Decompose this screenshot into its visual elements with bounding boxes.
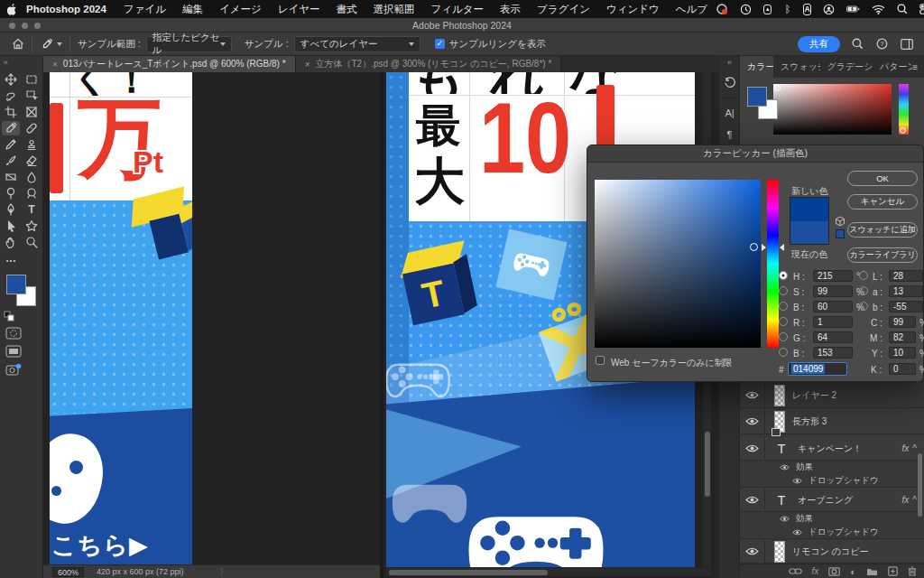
lab-b-field[interactable]: -55: [889, 301, 923, 312]
g-field[interactable]: 64: [813, 331, 853, 343]
pencil-tool-icon[interactable]: [2, 137, 20, 152]
object-selection-tool-icon[interactable]: [23, 89, 41, 103]
blur-tool-icon[interactable]: [23, 170, 41, 184]
layer-thumbnail[interactable]: [774, 541, 785, 563]
path-selection-tool-icon[interactable]: [2, 219, 20, 233]
input-source-icon[interactable]: A: [803, 4, 811, 15]
fx-badge[interactable]: fx: [902, 443, 910, 453]
menu-select[interactable]: 選択範囲: [374, 3, 415, 16]
gamut-warning-icon[interactable]: [835, 216, 845, 227]
user-account-icon[interactable]: [823, 3, 835, 16]
sample-ring-checkbox[interactable]: ✓: [435, 39, 445, 49]
clock-icon[interactable]: [740, 3, 752, 16]
gamut-color-swatch[interactable]: [836, 229, 845, 238]
a-field[interactable]: 13: [889, 285, 923, 297]
menu-file[interactable]: ファイル: [124, 3, 166, 16]
help-icon[interactable]: ?: [875, 37, 889, 51]
clone-stamp-tool-icon[interactable]: [23, 137, 41, 152]
menu-edit[interactable]: 編集: [182, 3, 203, 16]
k-field[interactable]: 0: [889, 363, 916, 375]
battery-icon[interactable]: [846, 3, 860, 16]
h-radio[interactable]: [779, 271, 788, 280]
history-panel-icon[interactable]: [719, 74, 740, 92]
collapse-tools-icon[interactable]: «: [4, 58, 8, 67]
cancel-button[interactable]: キャンセル: [847, 194, 918, 210]
document-canvas-left[interactable]: く！ 万 Pt ✦: [50, 72, 192, 564]
hue-slider-arrow-left[interactable]: [762, 244, 766, 251]
screen-record-icon[interactable]: ▲: [763, 5, 772, 14]
horizontal-scrollbar-thumb[interactable]: [389, 570, 548, 575]
tab-gradients[interactable]: グラデーショ: [820, 56, 873, 78]
visibility-toggle[interactable]: [740, 383, 765, 407]
layer-row-rect3[interactable]: 長方形 3: [740, 409, 924, 434]
ok-button[interactable]: OK: [847, 171, 918, 186]
adjustment-layer-icon[interactable]: ◐: [850, 566, 856, 577]
s-field[interactable]: 99: [813, 285, 853, 297]
tool-preset-caret[interactable]: [57, 42, 62, 46]
collapse-effects-icon[interactable]: ^: [912, 495, 917, 505]
menu-filter[interactable]: フィルター: [431, 3, 485, 16]
y-field[interactable]: 10: [889, 347, 916, 359]
capture-icon[interactable]: [5, 363, 22, 377]
b2-radio[interactable]: [779, 348, 788, 357]
control-center-icon[interactable]: [919, 3, 924, 16]
traffic-light-minimize[interactable]: [22, 23, 28, 29]
more-tools-icon[interactable]: …: [2, 251, 20, 266]
color-field[interactable]: [595, 180, 761, 348]
zoom-level-field[interactable]: 600%: [52, 567, 84, 577]
add-to-swatches-button[interactable]: スウォッチに追加: [847, 222, 918, 238]
foreground-color-swatch[interactable]: [6, 275, 26, 294]
vertical-scrollbar-thumb[interactable]: [705, 432, 710, 497]
tab-swatches[interactable]: スウォッチ: [773, 56, 819, 78]
dodge-tool-icon[interactable]: [2, 186, 20, 200]
spotlight-icon[interactable]: [897, 3, 908, 16]
menu-type[interactable]: 書式: [337, 3, 357, 16]
layer-row-layer2[interactable]: レイヤー 2: [740, 383, 924, 408]
sponge-tool-icon[interactable]: [23, 186, 41, 200]
b2-field[interactable]: 153: [813, 347, 853, 359]
menu-layer[interactable]: レイヤー: [278, 3, 320, 16]
share-button[interactable]: 共有: [798, 36, 840, 52]
menu-plugins[interactable]: プラグイン: [537, 3, 590, 16]
screen-mode-icon[interactable]: [5, 345, 22, 358]
b-radio[interactable]: [779, 302, 788, 311]
visibility-toggle[interactable]: [740, 437, 765, 460]
color-field-marker[interactable]: [750, 243, 758, 251]
layer-mask-icon[interactable]: [828, 567, 840, 576]
m-field[interactable]: 82: [889, 331, 916, 343]
l-field[interactable]: 28: [889, 270, 923, 282]
fx-badge[interactable]: fx: [902, 495, 910, 505]
c-field[interactable]: 99: [889, 316, 916, 328]
eyedropper-tool-icon[interactable]: [2, 121, 20, 135]
new-layer-icon[interactable]: [888, 566, 898, 576]
lasso-tool-icon[interactable]: [2, 89, 20, 103]
lab-b-radio[interactable]: [859, 302, 868, 311]
collapse-effects-icon[interactable]: ^: [912, 443, 917, 453]
a-radio[interactable]: [859, 286, 868, 295]
wifi-icon[interactable]: [872, 3, 885, 16]
menu-window[interactable]: ウィンドウ: [606, 3, 660, 16]
panel-foreground-swatch[interactable]: [747, 87, 767, 107]
hue-slider-arrow-right[interactable]: [780, 244, 784, 251]
tab-color[interactable]: カラー: [740, 56, 773, 78]
home-icon[interactable]: [11, 37, 24, 51]
crop-tool-icon[interactable]: [2, 105, 20, 119]
eyedropper-tool-preset-icon[interactable]: [40, 37, 53, 51]
search-icon[interactable]: [851, 37, 864, 51]
paragraph-panel-icon[interactable]: ¶: [719, 126, 740, 144]
layers-scrollbar-thumb[interactable]: [918, 453, 922, 517]
visibility-toggle[interactable]: [740, 409, 765, 434]
menu-image[interactable]: イメージ: [219, 3, 262, 16]
character-panel-icon[interactable]: A|: [719, 104, 740, 122]
web-safe-checkbox[interactable]: [596, 356, 605, 365]
effects-row[interactable]: 効果: [740, 512, 924, 526]
link-layers-icon[interactable]: [789, 567, 802, 575]
horizontal-scrollbar[interactable]: [386, 568, 711, 576]
sample-select[interactable]: すべてのレイヤー: [294, 36, 420, 52]
healing-brush-tool-icon[interactable]: [23, 121, 41, 135]
h-field[interactable]: 215: [813, 270, 853, 282]
close-tab-icon[interactable]: ×: [52, 60, 58, 70]
effects-row[interactable]: 効果: [740, 461, 924, 474]
delete-layer-icon[interactable]: [908, 566, 917, 576]
hand-tool-icon[interactable]: [2, 235, 20, 249]
